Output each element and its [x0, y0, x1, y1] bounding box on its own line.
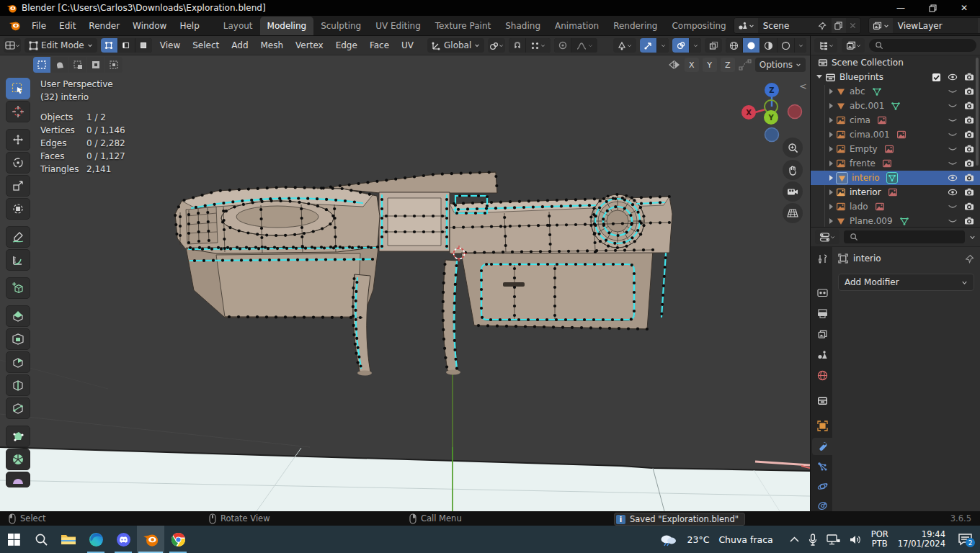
disclosure-icon[interactable] — [829, 146, 833, 152]
mode-selector[interactable]: Edit Mode — [24, 38, 97, 53]
tab-modeling[interactable]: Modeling — [260, 17, 314, 35]
tool-inset[interactable] — [6, 328, 30, 350]
weather-condition[interactable]: Chuva fraca — [718, 534, 772, 545]
properties-options-chevron[interactable] — [969, 234, 976, 240]
snap-settings-button[interactable] — [526, 38, 551, 53]
material-shading-button[interactable] — [760, 38, 777, 53]
menu-render[interactable]: Render — [82, 18, 126, 34]
eye-closed-icon[interactable] — [948, 144, 958, 154]
mirror-y-toggle[interactable]: Y — [703, 58, 717, 72]
properties-editor-type-button[interactable] — [815, 230, 839, 244]
outliner-row-scene-collection[interactable]: Scene Collection — [811, 55, 980, 70]
scene-browse-button[interactable] — [734, 18, 758, 33]
proportional-falloff-button[interactable] — [571, 38, 597, 53]
tab-constraints[interactable] — [812, 497, 832, 511]
weather-icon[interactable] — [659, 532, 677, 547]
tab-physics[interactable] — [812, 477, 832, 495]
menu-edge[interactable]: Edge — [331, 39, 362, 52]
camera-visibility-icon[interactable] — [964, 130, 974, 140]
disclosure-icon[interactable] — [829, 175, 833, 181]
outliner-row-empty[interactable]: Empty — [811, 142, 980, 156]
tool-measure[interactable] — [6, 249, 30, 271]
tool-extrude[interactable] — [6, 305, 30, 327]
tool-annotate[interactable] — [6, 226, 30, 248]
pin-icon[interactable] — [965, 254, 974, 264]
menu-add[interactable]: Add — [227, 39, 252, 52]
vertex-select-button[interactable] — [101, 38, 117, 53]
select-extend-button[interactable] — [51, 57, 68, 73]
menu-select[interactable]: Select — [188, 39, 223, 52]
file-explorer-icon[interactable] — [55, 526, 82, 553]
tool-poly-build[interactable] — [6, 426, 30, 447]
scene-copy-button[interactable] — [832, 18, 846, 33]
camera-visibility-icon[interactable] — [964, 72, 974, 82]
edge-icon[interactable] — [82, 526, 110, 553]
disclosure-icon[interactable] — [829, 189, 833, 195]
tool-move[interactable] — [6, 129, 30, 150]
disclosure-open-icon[interactable] — [816, 75, 822, 81]
camera-visibility-icon[interactable] — [964, 187, 974, 197]
transform-orientation[interactable]: Global — [427, 38, 484, 53]
mirror-x-toggle[interactable]: X — [685, 58, 699, 72]
eye-closed-icon[interactable] — [948, 115, 958, 125]
menu-uv[interactable]: UV — [397, 39, 418, 52]
tab-tool[interactable] — [812, 250, 832, 267]
navigation-gizmo[interactable]: Z X Y — [735, 76, 807, 144]
pan-button[interactable] — [783, 160, 803, 180]
tab-output[interactable] — [812, 305, 832, 322]
overlays-toggle[interactable] — [672, 38, 689, 53]
outliner-row-plane009[interactable]: Plane.009 — [811, 214, 980, 227]
camera-visibility-icon[interactable] — [964, 173, 974, 183]
tool-add-cube[interactable] — [6, 277, 30, 299]
edge-select-button[interactable] — [118, 38, 135, 53]
camera-visibility-icon[interactable] — [964, 216, 974, 226]
tool-spin[interactable] — [6, 449, 30, 470]
disclosure-icon[interactable] — [829, 103, 833, 109]
checkbox-icon[interactable] — [932, 73, 941, 82]
eye-closed-icon[interactable] — [948, 158, 958, 168]
scene-unlink-button[interactable] — [846, 18, 860, 33]
properties-search-input[interactable] — [844, 230, 965, 243]
tab-view-layer[interactable] — [812, 325, 832, 343]
outliner-search-input[interactable] — [869, 39, 976, 52]
start-button[interactable] — [0, 526, 27, 553]
outliner-editor-type-button[interactable] — [814, 38, 837, 53]
sidebar-collapse-arrow[interactable]: < — [799, 81, 807, 91]
tab-compositing[interactable]: Compositing — [664, 17, 733, 35]
clock[interactable]: 19:44 17/01/2024 — [898, 530, 945, 549]
tool-rotate[interactable] — [6, 152, 30, 174]
outliner-display-mode-button[interactable] — [842, 38, 865, 53]
close-button[interactable]: ✕ — [948, 0, 980, 16]
network-icon[interactable] — [827, 534, 840, 545]
camera-visibility-icon[interactable] — [964, 115, 974, 125]
mirror-z-toggle[interactable]: Z — [721, 58, 735, 72]
shading-settings-button[interactable] — [795, 38, 806, 53]
tab-render[interactable] — [812, 284, 832, 301]
eye-closed-icon[interactable] — [948, 130, 958, 140]
tool-loop-cut[interactable] — [6, 374, 30, 396]
outliner-row-abc[interactable]: abc — [811, 84, 980, 99]
outliner-row-interior[interactable]: interior — [811, 185, 980, 199]
app-menu-icon[interactable] — [4, 19, 25, 32]
xray-toggle[interactable] — [705, 38, 722, 53]
proportional-edit-toggle[interactable] — [554, 38, 571, 53]
microphone-icon[interactable] — [808, 534, 817, 546]
menu-window[interactable]: Window — [126, 18, 173, 34]
mirror-icon[interactable] — [668, 60, 681, 70]
pivot-point-button[interactable] — [488, 38, 505, 53]
eye-closed-icon[interactable] — [948, 101, 958, 111]
disclosure-icon[interactable] — [829, 161, 833, 166]
chrome-icon[interactable] — [164, 526, 192, 553]
tab-shading[interactable]: Shading — [498, 17, 548, 35]
outliner-row-cima001[interactable]: cima.001 — [811, 127, 980, 142]
tool-transform[interactable] — [6, 198, 30, 220]
tab-collection-props[interactable] — [812, 392, 832, 409]
select-subtract-button[interactable] — [69, 57, 86, 73]
speaker-icon[interactable] — [850, 534, 862, 545]
outliner-row-blueprints[interactable]: Blueprints — [811, 70, 980, 84]
weather-temp[interactable]: 23°C — [687, 534, 709, 545]
tray-chevron-icon[interactable] — [790, 536, 799, 543]
camera-visibility-icon[interactable] — [964, 202, 974, 212]
disclosure-icon[interactable] — [829, 132, 833, 138]
outliner-row-cima[interactable]: cima — [811, 113, 980, 127]
